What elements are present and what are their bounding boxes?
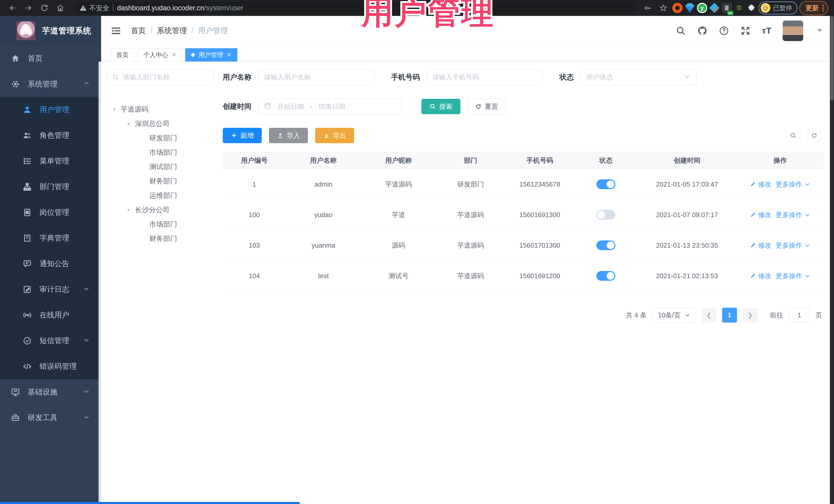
edit-link[interactable]: 修改 — [750, 180, 771, 189]
bookmark-star-icon[interactable] — [656, 1, 670, 15]
cell-created-time: 2021-01-21 02:13:53 — [637, 272, 737, 280]
extensions-puzzle-icon[interactable] — [746, 3, 756, 13]
browser-reload-icon[interactable] — [38, 1, 51, 15]
department-search-input[interactable]: 请输入部门名称 — [107, 69, 214, 85]
tree-caret-icon[interactable]: ▾ — [111, 106, 117, 112]
tree-node[interactable]: ▾芋道源码 — [107, 102, 214, 116]
pagination: 共 4 条 10条/页 ❮ 1 ❯ 前往 页 — [223, 308, 822, 323]
reset-button[interactable]: 重置 — [467, 99, 506, 114]
browser-home-icon[interactable] — [53, 1, 67, 15]
sidebar-item-label: 系统管理 — [28, 79, 58, 89]
extension-gem-icon[interactable] — [685, 3, 695, 13]
browser-update-button[interactable]: 更新 — [799, 1, 828, 15]
filter-mobile: 手机号码 请输入手机号码 — [391, 69, 543, 85]
tree-node[interactable]: 市场部门 — [107, 145, 214, 160]
more-actions-link[interactable]: 更多操作 — [775, 271, 810, 281]
status-toggle[interactable] — [596, 179, 615, 189]
page-number-current[interactable]: 1 — [722, 308, 737, 323]
not-secure-warning[interactable]: 不安全 — [80, 4, 109, 13]
sidebar-item-home[interactable]: 首页 — [0, 46, 101, 71]
tree-caret-icon[interactable]: ▾ — [125, 120, 132, 127]
tab-home[interactable]: 首页 — [110, 48, 134, 62]
sidebar-item-devtools[interactable]: 研发工具 — [0, 405, 101, 431]
more-actions-link[interactable]: 更多操作 — [775, 180, 810, 189]
browser-menu-icon[interactable] — [822, 5, 824, 11]
status-select[interactable]: 用户状态 — [580, 69, 697, 85]
github-icon[interactable] — [697, 26, 707, 36]
sidebar-item-audit-log[interactable]: 审计日志 — [0, 277, 101, 302]
username-input[interactable]: 请输入用户名称 — [258, 69, 374, 85]
tree-node[interactable]: 研发部门 — [107, 131, 214, 145]
help-icon[interactable] — [719, 26, 729, 36]
tree-node[interactable]: 财务部门 — [107, 232, 214, 246]
browser-forward-icon[interactable] — [22, 1, 36, 15]
sidebar-item-infrastructure[interactable]: 基础设施 — [0, 379, 101, 405]
extension-ubuntu-icon[interactable] — [672, 3, 683, 13]
tree-caret-icon[interactable]: ▾ — [125, 207, 132, 213]
collapse-sidebar-icon[interactable] — [110, 25, 122, 37]
sidebar-item-departments[interactable]: 部门管理 — [0, 174, 101, 200]
avatar-caret-icon[interactable] — [814, 25, 825, 37]
tab-user-management[interactable]: 用户管理 ✕ — [185, 48, 237, 62]
more-actions-link[interactable]: 更多操作 — [775, 241, 810, 250]
date-range-picker[interactable]: 开始日期 - 结束日期 — [258, 98, 402, 114]
page-size-select[interactable]: 10条/页 — [652, 308, 696, 323]
extension-key-icon[interactable]: ⚿ — [734, 3, 744, 13]
sidebar-item-error-codes[interactable]: 错误码管理 — [0, 354, 101, 379]
status-toggle[interactable] — [596, 210, 615, 220]
edit-label: 修改 — [758, 241, 771, 250]
sidebar-item-dict[interactable]: 字典管理 — [0, 225, 101, 251]
hide-search-button[interactable] — [786, 128, 800, 143]
next-page-button[interactable]: ❯ — [743, 308, 758, 323]
refresh-table-button[interactable] — [807, 128, 822, 143]
password-key-icon[interactable] — [640, 1, 654, 15]
sidebar-item-notice[interactable]: 通知公告 — [0, 251, 101, 277]
more-actions-link[interactable]: 更多操作 — [775, 211, 810, 219]
browser-scrollbar[interactable] — [830, 16, 834, 504]
close-icon[interactable]: ✕ — [172, 51, 176, 58]
export-button[interactable]: 导出 — [315, 128, 354, 143]
edit-link[interactable]: 修改 — [750, 211, 771, 219]
breadcrumb-section[interactable]: 系统管理 — [157, 26, 187, 36]
extension-green-icon[interactable]: y — [697, 3, 707, 13]
sidebar-item-roles[interactable]: 角色管理 — [0, 123, 101, 148]
goto-page-input[interactable] — [789, 308, 810, 322]
tree-node[interactable]: ▾长沙分公司 — [107, 203, 214, 217]
browser-back-icon[interactable] — [6, 1, 20, 15]
address-bar[interactable]: 不安全 dashboard.yudao.iocoder.cn/system/us… — [73, 2, 635, 14]
edit-link[interactable]: 修改 — [750, 271, 771, 281]
breadcrumb-home[interactable]: 首页 — [131, 26, 146, 36]
mobile-input[interactable]: 请输入手机号码 — [426, 69, 543, 85]
edit-link[interactable]: 修改 — [750, 241, 771, 250]
fullscreen-icon[interactable] — [740, 26, 751, 36]
extension-squares-icon[interactable] — [709, 3, 720, 13]
app-logo-row[interactable]: 芋道管理系统 — [0, 16, 101, 46]
sidebar-item-system[interactable]: 系统管理 — [0, 71, 101, 97]
tree-node[interactable]: 运维部门 — [107, 188, 214, 203]
scrollbar-thumb[interactable] — [830, 16, 833, 101]
add-user-button[interactable]: 新增 — [223, 128, 262, 143]
sidebar-item-posts[interactable]: 岗位管理 — [0, 200, 101, 225]
prev-page-button[interactable]: ❮ — [702, 308, 717, 323]
sidebar-item-sms[interactable]: 短信管理 — [0, 328, 101, 354]
tree-node[interactable]: 财务部门 — [107, 174, 214, 188]
sidebar-scrollbar[interactable] — [98, 62, 101, 504]
upload-icon — [277, 132, 284, 139]
search-button[interactable]: 搜索 — [421, 99, 460, 114]
sidebar-item-online-users[interactable]: 在线用户 — [0, 302, 101, 328]
import-button[interactable]: 导入 — [269, 128, 308, 143]
extension-switch-icon[interactable]: ≣on — [722, 3, 732, 13]
sidebar-item-users[interactable]: 用户管理 — [0, 97, 101, 123]
status-toggle[interactable] — [596, 271, 615, 281]
close-icon[interactable]: ✕ — [226, 51, 231, 58]
font-size-icon[interactable]: ᴛT — [762, 26, 771, 36]
tab-profile[interactable]: 个人中心 ✕ — [137, 48, 182, 62]
user-avatar[interactable] — [783, 21, 803, 41]
tree-node[interactable]: ▾深圳总公司 — [107, 116, 214, 131]
browser-profile-chip[interactable]: ☺ 已暂停 — [759, 2, 797, 14]
sidebar-item-menus[interactable]: 菜单管理 — [0, 148, 101, 174]
tree-node[interactable]: 测试部门 — [107, 160, 214, 174]
tree-node[interactable]: 市场部门 — [107, 217, 214, 232]
status-toggle[interactable] — [596, 240, 615, 250]
search-icon[interactable] — [676, 26, 686, 36]
